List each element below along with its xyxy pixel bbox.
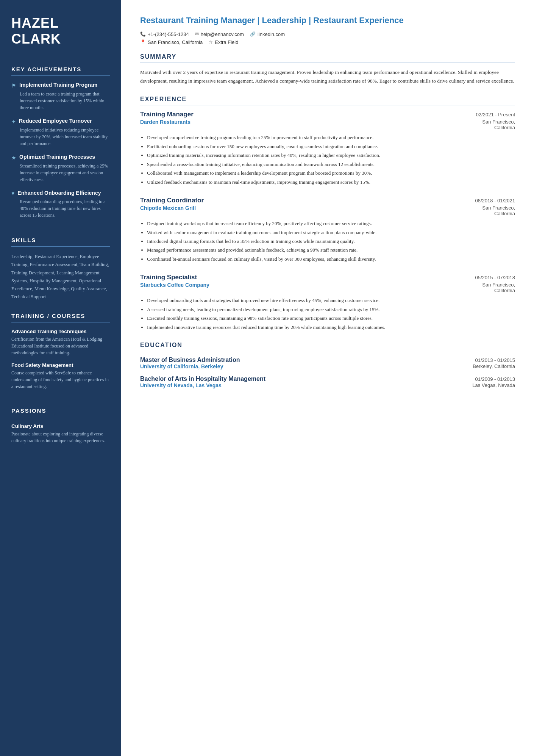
email-icon: ✉ [195,31,199,37]
achievements-title: KEY ACHIEVEMENTS [11,66,110,72]
job-3-bullet-1: Developed onboarding tools and strategie… [147,296,515,304]
contact-phone: 📞 +1-(234)-555-1234 [140,31,189,37]
job-2: Training Coordinator 08/2018 - 01/2021 C… [140,197,515,263]
achievement-4-header: ♥ Enhanced Onboarding Efficiency [11,190,110,197]
job-3: Training Specialist 05/2015 - 07/2018 St… [140,274,515,331]
achievement-1-desc: Led a team to create a training program … [11,91,110,111]
candidate-name: HAZEL CLARK [11,15,110,47]
summary-divider [140,63,515,63]
job-3-location: San Francisco,California [482,282,515,293]
job-3-bullet-4: Implemented innovative training resource… [147,323,515,331]
achievement-4-desc: Revamped onboarding procedures, leading … [11,198,110,219]
contact-location: 📍 San Francisco, California [140,39,203,45]
skills-text: Leadership, Restaurant Experience, Emplo… [11,253,110,301]
job-2-location: San Francisco,California [482,205,515,216]
achievement-2-title: Reduced Employee Turnover [19,118,92,124]
edu-2-header: Bachelor of Arts in Hospitality Manageme… [140,376,515,382]
summary-section-title: SUMMARY [140,53,515,60]
edu-1-school: University of California, Berkeley [140,363,223,369]
job-2-company: Chipotle Mexican Grill [140,205,196,216]
job-3-bullet-2: Assessed training needs, leading to pers… [147,305,515,313]
edu-1-school-row: University of California, Berkeley Berke… [140,363,515,369]
passions-title: PASSIONS [11,407,110,414]
experience-section-title: EXPERIENCE [140,96,515,103]
edu-1-degree: Master of Business Administration [140,357,240,363]
job-1: Training Manager 02/2021 - Present Darde… [140,111,515,186]
passions-divider [11,417,110,417]
achievement-1-icon: ⚑ [11,83,16,89]
job-1-bullet-1: Developed comprehensive training program… [147,133,515,141]
achievement-3-header: ★ Optimized Training Processes [11,154,110,161]
edu-2: Bachelor of Arts in Hospitality Manageme… [140,376,515,388]
course-2-desc: Course completed with ServSafe to enhanc… [11,369,110,390]
experience-section: EXPERIENCE Training Manager 02/2021 - Pr… [140,96,515,331]
job-1-company: Darden Restaurants [140,119,190,130]
edu-1-dates: 01/2013 - 01/2015 [475,357,515,363]
job-1-bullets: Developed comprehensive training program… [140,133,515,186]
achievement-1-header: ⚑ Implemented Training Program [11,82,110,89]
achievement-2: ✦ Reduced Employee Turnover Implemented … [11,118,110,147]
achievement-4: ♥ Enhanced Onboarding Efficiency Revampe… [11,190,110,219]
job-1-location: San Francisco,California [482,119,515,130]
job-3-bullets: Developed onboarding tools and strategie… [140,296,515,331]
star-icon: ☆ [209,39,213,45]
achievement-2-desc: Implemented initiatives reducing employe… [11,127,110,147]
contact-row: 📞 +1-(234)-555-1234 ✉ help@enhancv.com 🔗… [140,31,515,37]
training-title: TRAINING / COURSES [11,313,110,319]
job-1-title: Training Manager [140,111,194,118]
edu-2-dates: 01/2009 - 01/2013 [475,376,515,382]
edu-2-school-row: University of Nevada, Las Vegas Las Vega… [140,382,515,388]
job-2-bullet-5: Coordinated bi-annual seminars focused o… [147,255,515,263]
location-icon: 📍 [140,39,146,45]
education-section-title: EDUCATION [140,342,515,349]
job-2-dates: 08/2018 - 01/2021 [475,198,515,203]
experience-divider [140,105,515,105]
education-divider [140,351,515,351]
email-text: help@enhancv.com [201,31,244,37]
job-2-header: Training Coordinator 08/2018 - 01/2021 [140,197,515,204]
linkedin-text: linkedin.com [258,31,285,37]
job-2-bullet-1: Designed training workshops that increas… [147,219,515,227]
job-3-company-row: Starbucks Coffee Company San Francisco,C… [140,282,515,293]
summary-text: Motivated with over 2 years of expertise… [140,68,515,86]
edu-1: Master of Business Administration 01/201… [140,357,515,369]
training-section: TRAINING / COURSES Advanced Training Tec… [11,313,110,396]
achievement-4-title: Enhanced Onboarding Efficiency [17,190,101,196]
job-3-company: Starbucks Coffee Company [140,282,209,293]
course-1-desc: Certification from the American Hotel & … [11,336,110,356]
achievement-1: ⚑ Implemented Training Program Led a tea… [11,82,110,111]
job-1-header: Training Manager 02/2021 - Present [140,111,515,118]
passion-1-title: Culinary Arts [11,423,110,429]
edu-1-location: Berkeley, California [473,363,515,369]
edu-1-header: Master of Business Administration 01/201… [140,357,515,363]
course-1: Advanced Training Techniques Certificati… [11,329,110,356]
phone-icon: 📞 [140,31,146,37]
skills-title: SKILLS [11,237,110,243]
job-1-bullet-4: Spearheaded a cross-location training in… [147,160,515,168]
achievement-3: ★ Optimized Training Processes Streamlin… [11,154,110,183]
job-1-company-row: Darden Restaurants San Francisco,Califor… [140,119,515,130]
phone-text: +1-(234)-555-1234 [148,31,189,37]
edu-2-degree: Bachelor of Arts in Hospitality Manageme… [140,376,265,382]
job-2-company-row: Chipotle Mexican Grill San Francisco,Cal… [140,205,515,216]
job-2-bullet-3: Introduced digital training formats that… [147,237,515,245]
summary-section: SUMMARY Motivated with over 2 years of e… [140,53,515,86]
achievement-2-header: ✦ Reduced Employee Turnover [11,118,110,125]
job-1-bullet-6: Utilized feedback mechanisms to maintain… [147,178,515,186]
resume-container: HAZEL CLARK KEY ACHIEVEMENTS ⚑ Implement… [0,0,534,756]
edu-2-location: Las Vegas, Nevada [472,382,515,388]
edu-2-school: University of Nevada, Las Vegas [140,382,222,388]
achievement-3-icon: ★ [11,155,16,161]
training-divider [11,322,110,322]
contact-linkedin: 🔗 linkedin.com [250,31,285,37]
passion-1-desc: Passionate about exploring and integrati… [11,430,110,444]
job-1-bullet-3: Optimized training materials, increasing… [147,151,515,159]
main-content: Restaurant Training Manager | Leadership… [121,0,534,756]
sidebar: HAZEL CLARK KEY ACHIEVEMENTS ⚑ Implement… [0,0,121,756]
passions-section: PASSIONS Culinary Arts Passionate about … [11,407,110,444]
contact-email: ✉ help@enhancv.com [195,31,244,37]
achievement-2-icon: ✦ [11,119,16,125]
job-3-bullet-3: Executed monthly training sessions, main… [147,314,515,322]
job-3-dates: 05/2015 - 07/2018 [475,275,515,280]
job-title-header: Restaurant Training Manager | Leadership… [140,15,515,26]
